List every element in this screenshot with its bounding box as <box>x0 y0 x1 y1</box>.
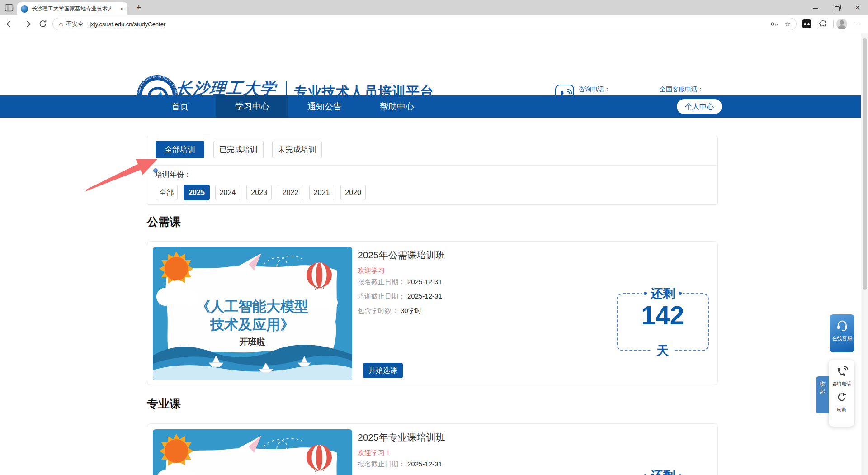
nav-item-help[interactable]: 帮助中心 <box>361 95 433 118</box>
year-button-2024[interactable]: 2024 <box>215 185 240 200</box>
countdown-days: 142 <box>618 300 708 330</box>
course-note: 欢迎学习 <box>358 266 385 275</box>
browser-toolbar: ⚠ 不安全 jxjy.csust.edu.cn/studyCenter ☆ … <box>0 15 868 33</box>
year-filter-label: 培训年份： <box>155 170 191 180</box>
security-warning-icon: ⚠ <box>58 21 64 28</box>
browser-tab[interactable]: 长沙理工大学国家基地专业技术人 × <box>17 2 127 15</box>
course-title: 2025年专业课培训班 <box>358 431 445 444</box>
field-label: 报名截止日期： <box>358 278 405 285</box>
tab-title: 长沙理工大学国家基地专业技术人 <box>32 5 111 13</box>
phone-icon <box>835 364 849 378</box>
countdown-unit: 天 <box>651 342 675 359</box>
consult-phone-button[interactable]: 咨询电话 <box>829 360 854 387</box>
year-button-2021[interactable]: 2021 <box>309 185 334 200</box>
collections-icon[interactable] <box>802 19 811 28</box>
year-button-2025[interactable]: 2025 <box>184 185 210 200</box>
countdown-prefix: 还剩 <box>642 285 683 302</box>
window-restore-button[interactable] <box>826 0 847 15</box>
scrollbar-thumb[interactable] <box>863 38 867 290</box>
headset-icon <box>836 319 849 331</box>
field-value: 2025-12-31 <box>407 460 442 468</box>
toolbar-divider <box>833 20 834 28</box>
page-scrollbar[interactable] <box>861 33 868 475</box>
new-tab-button[interactable]: + <box>133 2 145 14</box>
online-service-button[interactable]: 在线客服 <box>830 314 854 352</box>
course-thumbnail[interactable]: 《人工智能大模型 技术及应用》 开班啦 <box>153 247 352 380</box>
start-course-button[interactable]: 开始选课 <box>363 363 403 378</box>
main-nav: 首页 学习中心 通知公告 帮助中心 个人中心 <box>0 95 861 118</box>
refresh-button[interactable]: 刷新 <box>829 387 854 413</box>
course-field-signup-deadline: 报名截止日期：2025-12-31 <box>358 278 442 286</box>
year-button-2022[interactable]: 2022 <box>278 185 303 200</box>
site-favicon <box>21 5 28 13</box>
thumb-text-line1: 《人工智能大模型 <box>196 299 308 314</box>
favorite-icon[interactable]: ☆ <box>785 20 791 28</box>
collapse-label: 收起 <box>819 380 826 395</box>
filter-tab-uncompleted[interactable]: 未完成培训 <box>272 141 322 158</box>
filter-panel: 全部培训 已完成培训 未完成培训 培训年份： 全部 2025 2024 2023… <box>147 136 718 205</box>
year-button-all[interactable]: 全部 <box>156 185 178 200</box>
extensions-icon[interactable] <box>818 19 828 29</box>
password-icon[interactable] <box>769 19 778 28</box>
collapse-tab-button[interactable]: 收起 <box>816 376 829 413</box>
refresh-icon <box>836 392 848 404</box>
consult-phone-label: 咨询电话： <box>579 86 610 94</box>
course-thumbnail[interactable]: 《人工智能大模型 技术及应用》 开班啦 <box>153 429 352 475</box>
online-service-label: 在线客服 <box>830 335 854 342</box>
refresh-icon[interactable] <box>38 19 48 29</box>
forward-icon[interactable] <box>22 19 32 29</box>
floating-tools-panel: 咨询电话 刷新 <box>829 360 854 427</box>
profile-center-button[interactable]: 个人中心 <box>677 99 722 114</box>
address-bar[interactable]: ⚠ 不安全 jxjy.csust.edu.cn/studyCenter ☆ <box>52 18 797 30</box>
window-minimize-button[interactable] <box>806 0 826 15</box>
thumb-text-line3: 开班啦 <box>239 337 265 347</box>
field-label: 报名截止日期： <box>358 460 405 468</box>
field-label: 包含学时数： <box>358 307 398 314</box>
site-header: CHANGSHA UNIVERSITY OF SCIENCE & TECHNOL… <box>0 33 861 95</box>
thumb-text-line2: 技术及应用》 <box>210 317 294 332</box>
security-label: 不安全 <box>66 20 84 28</box>
consult-phone-label: 咨询电话 <box>829 381 854 387</box>
more-menu-icon[interactable]: … <box>853 18 860 26</box>
filter-tab-all[interactable]: 全部培训 <box>156 141 204 158</box>
window-close-button[interactable]: × <box>847 0 868 15</box>
hotline-label: 全国客服电话： <box>660 86 704 94</box>
browser-tab-bar: 长沙理工大学国家基地专业技术人 × + × <box>0 0 868 15</box>
course-card-public: 《人工智能大模型 技术及应用》 开班啦 2025年公需课培训班 欢迎学习 报名截… <box>147 241 718 385</box>
filter-divider <box>147 165 717 166</box>
back-icon[interactable] <box>5 19 15 29</box>
screen: 长沙理工大学国家基地专业技术人 × + × ⚠ 不安全 jxjy.csust.e… <box>0 0 868 475</box>
profile-avatar[interactable] <box>836 19 847 29</box>
course-field-training-deadline: 培训截止日期：2025-12-31 <box>358 292 442 301</box>
url-text: jxjy.csust.edu.cn/studyCenter <box>90 21 165 28</box>
year-button-2020[interactable]: 2020 <box>340 185 366 200</box>
tab-close-icon[interactable]: × <box>120 6 124 12</box>
course-field-hours: 包含学时数：30学时 <box>358 307 422 315</box>
tab-list-icon[interactable] <box>5 4 14 12</box>
section-title-professional: 专业课 <box>147 396 181 411</box>
field-value: 2025-12-31 <box>407 278 442 285</box>
countdown-box: 还剩 142 天 <box>617 293 709 351</box>
section-title-public: 公需课 <box>147 214 181 229</box>
countdown-prefix: 还剩 <box>642 468 683 475</box>
year-button-2023[interactable]: 2023 <box>246 185 272 200</box>
course-note: 欢迎学习！ <box>358 449 392 457</box>
refresh-label: 刷新 <box>829 407 854 413</box>
course-card-professional: 《人工智能大模型 技术及应用》 开班啦 2025年专业课培训班 欢迎学习！ 报名… <box>147 423 718 475</box>
course-title: 2025年公需课培训班 <box>358 249 445 261</box>
nav-item-study-center[interactable]: 学习中心 <box>216 95 288 118</box>
course-field-signup-deadline: 报名截止日期：2025-12-31 <box>358 460 442 469</box>
field-label: 培训截止日期： <box>358 292 405 300</box>
filter-tab-completed[interactable]: 已完成培训 <box>213 141 264 158</box>
nav-item-notices[interactable]: 通知公告 <box>288 95 361 118</box>
field-value: 2025-12-31 <box>407 292 442 300</box>
nav-item-home[interactable]: 首页 <box>144 95 216 118</box>
field-value: 30学时 <box>401 307 422 314</box>
